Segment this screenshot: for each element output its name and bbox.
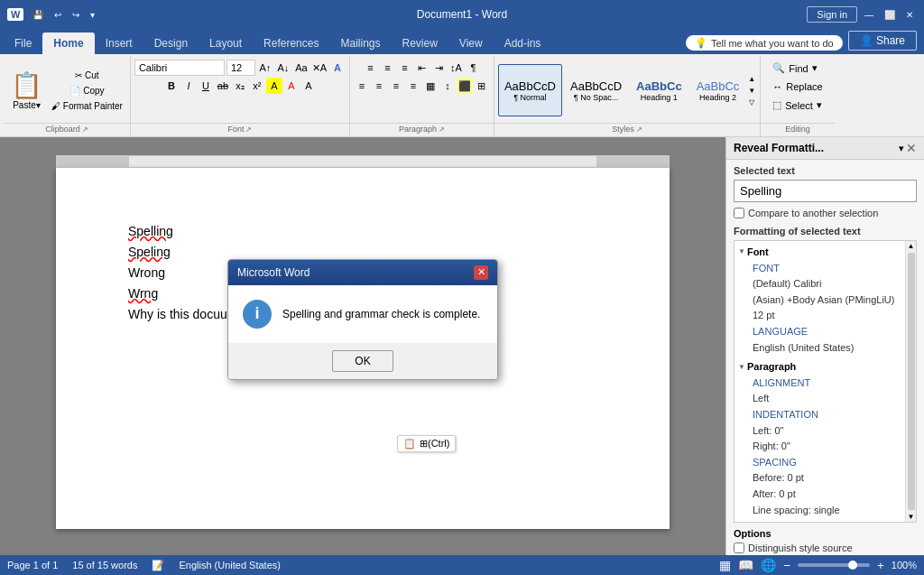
dialog-close-button[interactable]: ✕ bbox=[474, 265, 488, 280]
styles-scroll-up-button[interactable]: ▲ bbox=[747, 74, 756, 84]
customize-qa-button[interactable]: ▾ bbox=[87, 8, 98, 22]
find-button[interactable]: 🔍 Find ▾ bbox=[764, 60, 825, 77]
tab-mailings[interactable]: Mailings bbox=[329, 32, 391, 54]
tab-review[interactable]: Review bbox=[391, 32, 448, 54]
view-web-button[interactable]: 🌐 bbox=[761, 558, 776, 572]
shading-button[interactable]: ⬛ bbox=[457, 78, 473, 94]
tell-me-bar[interactable]: 💡 Tell me what you want to do bbox=[686, 35, 843, 51]
align-center-button[interactable]: ≡ bbox=[371, 78, 387, 94]
indentation-link[interactable]: INDENTATION bbox=[753, 409, 818, 420]
show-hide-button[interactable]: ¶ bbox=[465, 60, 481, 76]
tab-design[interactable]: Design bbox=[143, 32, 199, 54]
spacing-link[interactable]: SPACING bbox=[753, 457, 797, 468]
distinguish-style-checkbox[interactable] bbox=[734, 543, 744, 553]
paste-button[interactable]: 📋 bbox=[7, 71, 46, 100]
clear-format-button[interactable]: ✕A bbox=[311, 60, 328, 76]
clipboard-expander-icon[interactable]: ↗ bbox=[82, 125, 88, 134]
tree-scrollbar[interactable]: ▲ ▼ bbox=[905, 241, 916, 522]
bold-button[interactable]: B bbox=[163, 78, 180, 94]
tab-addins[interactable]: Add-ins bbox=[494, 32, 552, 54]
close-button[interactable]: ✕ bbox=[902, 8, 917, 22]
align-right-button[interactable]: ≡ bbox=[388, 78, 404, 94]
styles-scroll-down-button[interactable]: ▼ bbox=[747, 86, 756, 96]
status-bar-right: ▦ 📖 🌐 − + 100% bbox=[719, 558, 917, 572]
language-status: English (United States) bbox=[179, 560, 281, 570]
compare-checkbox-row: Compare to another selection bbox=[734, 208, 917, 218]
language-link[interactable]: LANGUAGE bbox=[753, 326, 808, 337]
tab-home[interactable]: Home bbox=[42, 32, 94, 54]
undo-button[interactable]: ↩ bbox=[51, 8, 65, 22]
spacing-before-value: Before: 0 pt bbox=[738, 470, 912, 487]
alignment-link[interactable]: ALIGNMENT bbox=[753, 377, 810, 388]
reveal-panel-dropdown-button[interactable]: ▾ bbox=[899, 141, 904, 155]
share-button[interactable]: 👤 Share bbox=[848, 31, 917, 51]
tab-insert[interactable]: Insert bbox=[95, 32, 143, 54]
decrease-font-button[interactable]: A↓ bbox=[275, 60, 291, 76]
borders-button[interactable]: ⊞ bbox=[474, 78, 490, 94]
bullets-button[interactable]: ≡ bbox=[362, 60, 378, 76]
select-button[interactable]: ⬚ Select ▾ bbox=[764, 97, 830, 114]
styles-expand-button[interactable]: ▽ bbox=[747, 97, 756, 107]
highlight-button[interactable]: A bbox=[266, 78, 282, 94]
title-bar-left: W 💾 ↩ ↪ ▾ bbox=[7, 8, 98, 22]
align-left-button[interactable]: ≡ bbox=[354, 78, 370, 94]
ribbon-tabs: File Home Insert Design Layout Reference… bbox=[0, 29, 924, 54]
font-expander-icon[interactable]: ↗ bbox=[245, 125, 252, 134]
zoom-slider[interactable] bbox=[798, 563, 870, 567]
columns-button[interactable]: ▦ bbox=[422, 78, 439, 94]
paragraph-expander-icon[interactable]: ↗ bbox=[439, 125, 445, 134]
paragraph-row1: ≡ ≡ ≡ ⇤ ⇥ ↕A ¶ bbox=[362, 60, 481, 76]
superscript-button[interactable]: x² bbox=[249, 78, 265, 94]
tab-file[interactable]: File bbox=[4, 32, 42, 54]
restore-button[interactable]: ⬜ bbox=[881, 8, 899, 22]
increase-font-button[interactable]: A↑ bbox=[257, 60, 273, 76]
cut-button[interactable]: ✂ Cut bbox=[48, 69, 126, 82]
minimize-button[interactable]: — bbox=[861, 8, 877, 22]
dialog-ok-button[interactable]: OK bbox=[332, 350, 393, 372]
italic-button[interactable]: I bbox=[180, 78, 197, 94]
increase-indent-button[interactable]: ⇥ bbox=[430, 60, 447, 76]
zoom-out-button[interactable]: − bbox=[783, 559, 790, 572]
line-spacing-button[interactable]: ↕ bbox=[439, 78, 456, 94]
style-no-spacing[interactable]: AaBbCcD ¶ No Spac... bbox=[564, 64, 628, 116]
font-size-input[interactable] bbox=[226, 60, 255, 76]
view-read-button[interactable]: 📖 bbox=[738, 558, 753, 572]
decrease-indent-button[interactable]: ⇤ bbox=[413, 60, 430, 76]
justify-button[interactable]: ≡ bbox=[405, 78, 421, 94]
reveal-panel-close-button[interactable]: ✕ bbox=[906, 141, 917, 155]
tab-layout[interactable]: Layout bbox=[199, 32, 253, 54]
sign-in-button[interactable]: Sign in bbox=[807, 6, 857, 23]
numbering-button[interactable]: ≡ bbox=[379, 60, 395, 76]
style-heading1[interactable]: AaBbCc Heading 1 bbox=[630, 64, 688, 116]
tree-scroll-down-button[interactable]: ▼ bbox=[907, 512, 916, 522]
subscript-button[interactable]: x₂ bbox=[232, 78, 248, 94]
tab-references[interactable]: References bbox=[253, 32, 329, 54]
zoom-in-button[interactable]: + bbox=[877, 559, 884, 572]
text-effect-button[interactable]: A bbox=[329, 60, 346, 76]
font-name-input[interactable] bbox=[134, 60, 225, 76]
font-link[interactable]: FONT bbox=[753, 263, 780, 274]
tree-scroll-up-button[interactable]: ▲ bbox=[907, 241, 916, 251]
paste-dropdown[interactable]: Paste ▾ bbox=[13, 100, 41, 110]
replace-button[interactable]: ↔ Replace bbox=[764, 79, 830, 95]
tab-view[interactable]: View bbox=[448, 32, 494, 54]
underline-button[interactable]: U bbox=[198, 78, 214, 94]
change-case-button[interactable]: Aa bbox=[293, 60, 310, 76]
font-color-button[interactable]: A bbox=[283, 78, 300, 94]
strikethrough-button[interactable]: ab bbox=[215, 78, 231, 94]
styles-expander-icon[interactable]: ↗ bbox=[636, 125, 642, 134]
sort-button[interactable]: ↕A bbox=[448, 60, 464, 76]
font-value-1: (Default) Calibri bbox=[738, 276, 912, 292]
style-heading2[interactable]: AaBbCc Heading 2 bbox=[690, 64, 746, 116]
editing-group: 🔍 Find ▾ ↔ Replace ⬚ Select ▾ Editing bbox=[761, 56, 834, 136]
save-button[interactable]: 💾 bbox=[29, 8, 47, 22]
compare-checkbox[interactable] bbox=[734, 208, 744, 218]
redo-button[interactable]: ↪ bbox=[69, 8, 83, 22]
dialog-body: i Spelling and grammar check is complete… bbox=[228, 285, 497, 343]
format-painter-button[interactable]: 🖌 Format Painter bbox=[48, 99, 126, 113]
view-layout-button[interactable]: ▦ bbox=[719, 558, 731, 572]
copy-button[interactable]: 📄 Copy bbox=[48, 84, 126, 97]
text-shading-button[interactable]: A bbox=[300, 78, 317, 94]
multilevel-list-button[interactable]: ≡ bbox=[396, 60, 412, 76]
style-normal[interactable]: AaBbCcD ¶ Normal bbox=[498, 64, 562, 116]
